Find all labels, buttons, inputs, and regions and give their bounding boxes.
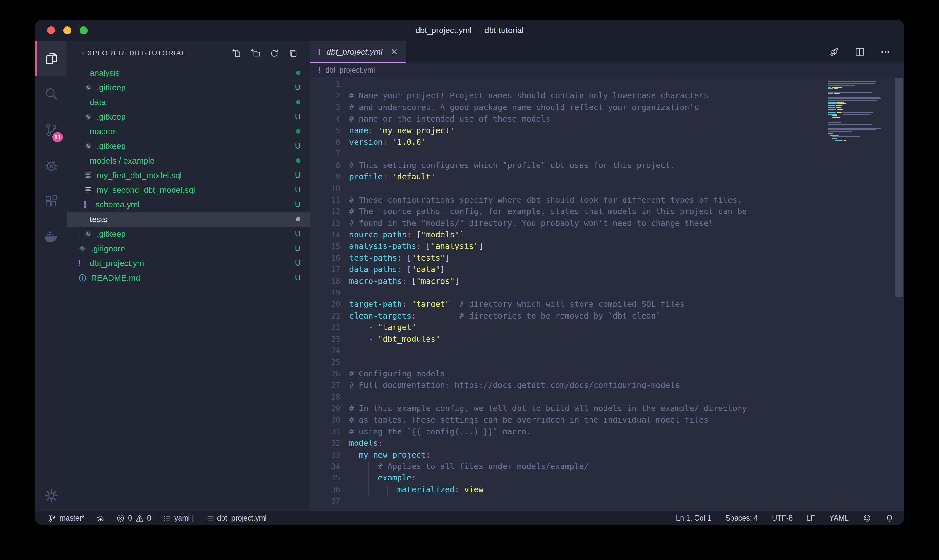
warning-icon (135, 514, 144, 523)
status-item-encoding[interactable]: UTF-8 (772, 514, 793, 523)
code-token: : (397, 253, 402, 263)
code-token: ] (479, 242, 483, 251)
code-token: ' (392, 172, 397, 182)
tree-file--gitkeep[interactable]: .gitkeepU (68, 226, 310, 241)
line-number: 17 (310, 264, 340, 275)
code-token: " (436, 265, 440, 274)
status-item-indentation[interactable]: Spaces: 4 (725, 514, 758, 523)
code-token: ] (445, 253, 450, 263)
activity-item-extensions[interactable] (35, 183, 68, 219)
code-line-29: 29# In this example config, we tell dbt … (310, 403, 904, 414)
activity-item-search[interactable] (35, 76, 68, 112)
tab-dbt-project-yml[interactable]: ! dbt_project.yml ✕ (310, 41, 405, 63)
sql-file-icon (83, 185, 93, 195)
workbench: 11 EXPLORER: DBT-TUTORIAL analysis.gitke… (35, 41, 904, 511)
chevron-down-icon (78, 215, 86, 223)
code-link[interactable]: https://docs.getdbt.com/docs/configuring… (454, 380, 680, 390)
line-number: 36 (310, 484, 340, 495)
vertical-scrollbar[interactable] (895, 78, 904, 297)
activity-item-source-control[interactable]: 11 (35, 112, 68, 148)
code-token: " (412, 265, 416, 274)
code-token: " (421, 230, 426, 239)
tree-file-dbt-project-yml[interactable]: !dbt_project.ymlU (68, 256, 310, 271)
open-changes-button[interactable] (829, 46, 840, 57)
tree-item-label: analysis (90, 68, 120, 78)
activity-item-docker[interactable] (35, 219, 68, 255)
split-editor-button[interactable] (854, 46, 865, 57)
code-token: ' (431, 172, 436, 182)
status-item-language-indicator[interactable]: yaml | (163, 514, 194, 523)
code-line-34: 34 # Applies to all files under models/e… (310, 461, 904, 472)
code-line-20: 20target-path: "target" # directory whic… (310, 298, 904, 310)
tree-item-label: .gitkeep (97, 83, 126, 92)
code-lines: 12# Name your project! Project names sho… (310, 78, 904, 507)
code-token: : (383, 172, 387, 182)
zoom-window-button[interactable] (80, 26, 88, 34)
refresh-button[interactable] (269, 48, 279, 58)
code-token: " (474, 242, 479, 251)
minimap-line (828, 80, 885, 80)
close-tab-icon[interactable]: ✕ (391, 48, 398, 56)
editor-actions (829, 41, 904, 63)
tree-file-my-first-dbt-model-sql[interactable]: my_first_dbt_model.sqlU (68, 168, 310, 183)
tree-file-readme-md[interactable]: README.mdU (68, 271, 310, 285)
minimap-line (828, 98, 885, 99)
status-item-notifications[interactable] (885, 514, 894, 523)
tree-file--gitkeep[interactable]: .gitkeepU (68, 139, 310, 153)
close-window-button[interactable] (47, 26, 55, 34)
line-number: 33 (310, 449, 340, 461)
minimap-line (828, 103, 885, 105)
code-token: : (383, 137, 387, 147)
code-token (412, 230, 416, 239)
code-token: target-path (349, 299, 402, 309)
tree-folder-macros[interactable]: macros (68, 124, 310, 139)
activity-item-settings[interactable] (35, 480, 68, 511)
code-line-33: 33 my_new_project: (310, 449, 904, 461)
code-token: profile (349, 172, 383, 182)
tree-file--gitkeep[interactable]: .gitkeepU (68, 109, 310, 124)
code-token: ' (421, 137, 426, 147)
line-content: test-paths: ["tests"] (340, 252, 450, 264)
code-editor[interactable]: 12# Name your project! Project names sho… (310, 77, 904, 511)
status-item-problems[interactable]: 00 (116, 514, 151, 523)
new-folder-button[interactable] (251, 48, 260, 58)
more-actions-button[interactable] (880, 46, 891, 57)
code-token: # This setting configures which "profile… (349, 161, 675, 170)
minimap-line (828, 105, 885, 106)
git-untracked-badge: U (295, 200, 300, 209)
breadcrumb[interactable]: ! dbt_project.yml (310, 63, 904, 77)
new-file-button[interactable] (232, 48, 242, 58)
line-number: 4 (310, 113, 340, 125)
status-item-sync[interactable] (96, 514, 105, 523)
status-item-language-mode[interactable]: YAML (829, 514, 848, 523)
line-content: profile: 'default' (340, 171, 436, 183)
collapse-all-button[interactable] (288, 48, 298, 58)
status-item-cursor-position[interactable]: Ln 1, Col 1 (676, 514, 711, 523)
minimize-window-button[interactable] (63, 26, 71, 34)
tree-folder-tests[interactable]: tests (68, 212, 310, 226)
status-item-git-branch[interactable]: master* (48, 514, 85, 523)
tree-file-schema-yml[interactable]: !schema.ymlU (68, 197, 310, 212)
status-item-active-file-indicator[interactable]: dbt_project.yml (205, 514, 267, 523)
activity-item-debug[interactable] (35, 148, 68, 183)
minimap[interactable] (828, 80, 885, 143)
yaml-warning-icon: ! (318, 66, 321, 74)
git-icon (83, 83, 93, 92)
tree-folder-analysis[interactable]: analysis (68, 66, 310, 80)
tree-file--gitkeep[interactable]: .gitkeepU (68, 80, 310, 95)
tree-file-my-second-dbt-model-sql[interactable]: my_second_dbt_model.sqlU (68, 183, 310, 197)
tree-folder-data[interactable]: data (68, 95, 310, 109)
yaml-warning-icon: ! (83, 199, 92, 210)
status-item-eol[interactable]: LF (807, 514, 815, 523)
indent-guide (368, 461, 369, 472)
git-icon (83, 141, 93, 151)
status-item-feedback[interactable] (863, 514, 871, 523)
code-line-31: 31# using the `{{ config(...) }}` macro. (310, 426, 904, 437)
activity-item-explorer[interactable] (35, 41, 68, 76)
minimap-line (828, 128, 885, 129)
code-token: [ (416, 230, 421, 239)
line-number: 34 (310, 461, 340, 472)
tree-folder-models-example[interactable]: models / example (68, 153, 310, 168)
tree-file--gitignore[interactable]: .gitignoreU (68, 241, 310, 256)
minimap-line (828, 111, 885, 111)
